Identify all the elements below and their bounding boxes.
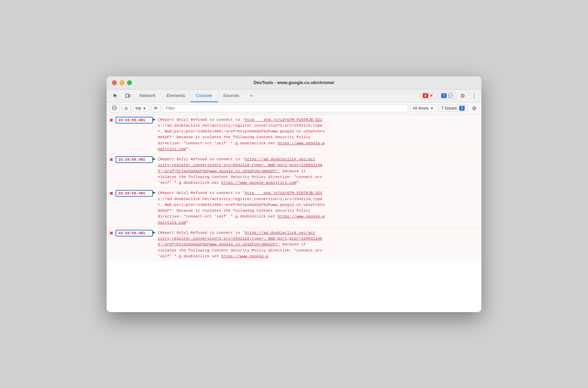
warning-badge: 7: [441, 93, 447, 98]
comment-icon: 💬: [448, 93, 453, 98]
timestamp: 15:16:55.481: [115, 156, 153, 163]
eye-button[interactable]: 👁: [151, 104, 161, 112]
tabs: Network Elements Console Sources »: [134, 90, 420, 102]
error-badge: 8: [423, 93, 428, 98]
toolbar-right: 8 ✕ 7 💬 ⚙ ⋮: [420, 91, 479, 100]
warning-count-button[interactable]: 7 💬: [438, 92, 456, 99]
window-title: DevTools - www.google.co.uk/chrome/: [254, 80, 335, 85]
error-icon: ✖: [109, 157, 113, 162]
timestamp: 15:16:55.481: [115, 190, 153, 197]
log-message: [Report Only] Refused to connect to 'htt…: [158, 156, 479, 185]
maximize-button[interactable]: [127, 80, 132, 85]
tab-console[interactable]: Console: [190, 90, 218, 102]
chevron-down-icon: ▼: [143, 107, 146, 110]
error-icon: ✖: [109, 191, 113, 196]
tab-network[interactable]: Network: [134, 90, 161, 102]
settings-button[interactable]: ⚙: [458, 91, 467, 100]
tab-sources[interactable]: Sources: [218, 90, 245, 102]
traffic-lights: [112, 80, 132, 85]
expand-arrow[interactable]: ▶: [153, 117, 156, 121]
clear-console-button[interactable]: [109, 104, 120, 113]
error-icon: ✖: [109, 117, 113, 123]
log-entry: ✖ 15:16:55.481 ▶ [Report Only] Refused t…: [107, 115, 481, 155]
block-icon-button[interactable]: ⊘: [122, 104, 131, 112]
timestamp: 15:16:55.481: [115, 230, 153, 237]
select-tool-button[interactable]: [109, 90, 122, 101]
log-entry: ✖ 15:16:55.481 ▶ [Report Only] Refused t…: [107, 154, 481, 188]
context-label: top: [136, 106, 141, 111]
error-icon: ✖: [109, 230, 113, 236]
filter-input[interactable]: [163, 104, 408, 112]
more-options-button[interactable]: ⋮: [469, 91, 479, 100]
issues-count-badge: 7: [459, 106, 465, 111]
expand-arrow[interactable]: ▶: [153, 157, 156, 161]
error-count-button[interactable]: 8 ✕: [420, 92, 436, 99]
close-button[interactable]: [112, 80, 117, 85]
tab-elements[interactable]: Elements: [161, 90, 190, 102]
timestamp: 15:16:55.481: [115, 117, 153, 124]
expand-arrow[interactable]: ▶: [153, 230, 156, 234]
log-message: [Report Only] Refused to connect to 'htt…: [158, 230, 479, 259]
svg-rect-0: [126, 94, 128, 97]
tab-bar: Network Elements Console Sources » 8 ✕ 7…: [107, 90, 481, 102]
svg-rect-1: [129, 95, 130, 97]
tab-more[interactable]: »: [245, 90, 258, 102]
error-x-icon: ✕: [430, 93, 433, 98]
console-toolbar: ⊘ top ▼ 👁 All levels ▼ 7 Issues: 7 ⚙: [107, 102, 481, 115]
levels-dropdown[interactable]: All levels ▼: [410, 104, 436, 112]
levels-label: All levels: [413, 106, 429, 111]
console-settings-button[interactable]: ⚙: [470, 104, 479, 113]
expand-arrow[interactable]: ▶: [153, 191, 156, 194]
minimize-button[interactable]: [120, 80, 124, 85]
context-selector[interactable]: top ▼: [133, 104, 149, 112]
chevron-down-icon: ▼: [430, 107, 434, 110]
issues-button[interactable]: 7 Issues: 7: [438, 104, 468, 112]
log-entry: ✖ 15:16:55.481 ▶ [Report Only] Refused t…: [107, 188, 481, 228]
console-content: ✖ 15:16:55.481 ▶ [Report Only] Refused t…: [107, 115, 481, 312]
devtools-window: DevTools - www.google.co.uk/chrome/ Netw…: [107, 76, 481, 312]
log-entry: ✖ 15:16:55.481 ▶ [Report Only] Refused t…: [107, 228, 481, 261]
log-message: [Report Only] Refused to connect to 'htt…: [158, 117, 479, 152]
device-toolbar-button[interactable]: [122, 90, 134, 101]
titlebar: DevTools - www.google.co.uk/chrome/: [107, 76, 481, 90]
log-message: [Report Only] Refused to connect to 'htt…: [158, 190, 479, 225]
issues-label: 7 Issues:: [442, 106, 458, 111]
